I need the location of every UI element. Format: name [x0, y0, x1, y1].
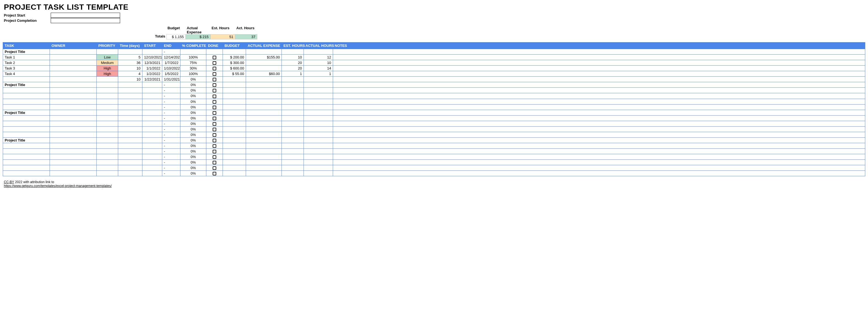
cell[interactable] [3, 104, 50, 110]
cell[interactable] [118, 49, 143, 55]
cell[interactable]: 0% [180, 88, 206, 93]
table-row[interactable]: -0% [3, 99, 865, 104]
cell[interactable] [118, 143, 143, 149]
cell[interactable]: High [97, 66, 118, 71]
cell[interactable]: Medium [97, 60, 118, 66]
cell[interactable]: 30% [180, 66, 206, 71]
checkbox-icon[interactable] [213, 61, 216, 65]
table-row[interactable]: -0% [3, 93, 865, 99]
checkbox-icon[interactable] [213, 139, 216, 142]
cell[interactable] [282, 171, 304, 176]
cell[interactable]: 0% [180, 143, 206, 149]
checkbox-icon[interactable] [213, 72, 216, 76]
cell[interactable] [50, 115, 97, 121]
table-row[interactable]: Project Title-0% [3, 82, 865, 88]
cell[interactable] [246, 110, 282, 115]
cell[interactable]: - [162, 143, 180, 149]
cell[interactable]: - [162, 88, 180, 93]
cell[interactable] [50, 55, 97, 60]
cell[interactable] [223, 121, 246, 126]
cell[interactable] [143, 143, 162, 149]
cell[interactable] [246, 93, 282, 99]
done-cell[interactable] [206, 171, 223, 176]
cell[interactable] [333, 121, 865, 126]
cell[interactable] [223, 88, 246, 93]
cell[interactable] [282, 104, 304, 110]
cell[interactable] [143, 115, 162, 121]
checkbox-icon[interactable] [213, 111, 216, 115]
cell[interactable] [118, 93, 143, 99]
checkbox-icon[interactable] [213, 155, 216, 159]
cell[interactable] [333, 115, 865, 121]
done-cell[interactable] [206, 71, 223, 77]
cell[interactable] [333, 149, 865, 154]
cell[interactable] [246, 137, 282, 143]
cell[interactable] [246, 82, 282, 88]
cell[interactable]: 1/31/2021 [162, 77, 180, 82]
cell[interactable] [50, 49, 97, 55]
cell[interactable]: - [162, 137, 180, 143]
cell[interactable]: 0% [180, 126, 206, 132]
cell[interactable] [282, 137, 304, 143]
cell[interactable] [304, 115, 333, 121]
cell[interactable] [282, 143, 304, 149]
cell[interactable] [97, 160, 118, 165]
cell[interactable] [50, 165, 97, 171]
done-cell[interactable] [206, 154, 223, 160]
checkbox-icon[interactable] [213, 161, 216, 164]
cell[interactable] [118, 160, 143, 165]
cell[interactable] [50, 66, 97, 71]
cell[interactable] [3, 165, 50, 171]
cell[interactable] [246, 77, 282, 82]
done-cell[interactable] [206, 55, 223, 60]
cell[interactable] [97, 171, 118, 176]
cell[interactable]: 1 [282, 71, 304, 77]
project-start-input[interactable] [51, 13, 120, 18]
cell[interactable] [143, 99, 162, 104]
cell[interactable]: $60.00 [246, 71, 282, 77]
checkbox-icon[interactable] [213, 56, 216, 59]
table-row[interactable]: Task 2Medium3612/3/20211/7/202275%$ 300.… [3, 60, 865, 66]
table-row[interactable]: Project Title-0% [3, 110, 865, 115]
cell[interactable] [304, 77, 333, 82]
cell[interactable] [3, 149, 50, 154]
cell[interactable] [333, 60, 865, 66]
cell[interactable]: Project Title [3, 137, 50, 143]
cell[interactable]: 12/14/2021 [162, 55, 180, 60]
license-link[interactable]: CC-BY [4, 180, 14, 184]
cell[interactable] [223, 104, 246, 110]
cell[interactable]: - [162, 171, 180, 176]
cell[interactable] [223, 110, 246, 115]
cell[interactable] [223, 154, 246, 160]
cell[interactable]: - [162, 165, 180, 171]
cell[interactable]: Task 1 [3, 55, 50, 60]
cell[interactable] [223, 93, 246, 99]
cell[interactable] [97, 82, 118, 88]
cell[interactable] [282, 88, 304, 93]
cell[interactable] [97, 104, 118, 110]
cell[interactable] [304, 143, 333, 149]
checkbox-icon[interactable] [213, 83, 216, 87]
cell[interactable]: - [162, 99, 180, 104]
cell[interactable] [118, 132, 143, 137]
cell[interactable] [97, 49, 118, 55]
cell[interactable] [223, 49, 246, 55]
cell[interactable] [333, 49, 865, 55]
cell[interactable] [282, 154, 304, 160]
checkbox-icon[interactable] [213, 150, 216, 154]
cell[interactable] [333, 82, 865, 88]
cell[interactable]: 0% [180, 115, 206, 121]
cell[interactable] [143, 160, 162, 165]
cell[interactable]: 0% [180, 154, 206, 160]
cell[interactable] [282, 115, 304, 121]
cell[interactable] [3, 143, 50, 149]
checkbox-icon[interactable] [213, 117, 216, 120]
done-cell[interactable] [206, 165, 223, 171]
cell[interactable] [50, 171, 97, 176]
cell[interactable] [304, 132, 333, 137]
done-cell[interactable] [206, 104, 223, 110]
cell[interactable]: Task 3 [3, 66, 50, 71]
done-cell[interactable] [206, 110, 223, 115]
cell[interactable] [304, 160, 333, 165]
checkbox-icon[interactable] [213, 67, 216, 70]
